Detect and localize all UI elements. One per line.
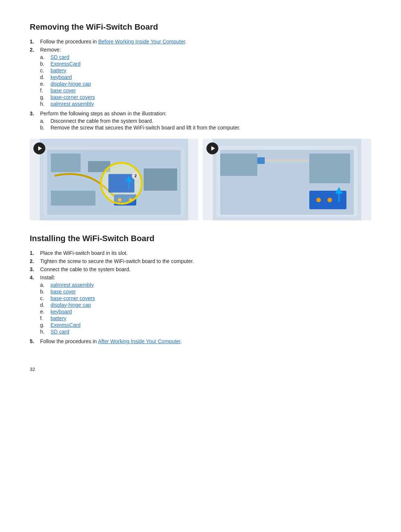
install-item-g: g. ExpressCard <box>40 322 371 328</box>
svg-rect-5 <box>144 168 177 191</box>
install-item-c: c. base-corner covers <box>40 295 371 301</box>
step-3-text: Perform the following steps as shown in … <box>40 111 167 116</box>
step-2-num: 2. <box>30 47 40 53</box>
sub-letter-a: a. <box>40 54 50 60</box>
step-2-content: Remove: a. SD card b. ExpressCard c. bat… <box>40 47 371 108</box>
inst-step-2-num: 2. <box>30 258 40 264</box>
base-cover-link-install[interactable]: base cover <box>50 289 76 295</box>
base-corner-link-remove[interactable]: base-corner covers <box>50 94 95 100</box>
inst-sub-letter-e: e. <box>40 309 50 315</box>
removing-step-3: 3. Perform the following steps as shown … <box>30 111 371 132</box>
battery-link-remove[interactable]: battery <box>50 68 66 73</box>
inst-sub-letter-d: d. <box>40 302 50 308</box>
svg-rect-6 <box>51 191 95 206</box>
inst-step-1-num: 1. <box>30 250 40 256</box>
step-1-content: Follow the procedures in Before Working … <box>40 39 371 45</box>
step-2-text: Remove: <box>40 47 61 53</box>
inst-sub-letter-h: h. <box>40 329 50 335</box>
inst-sub-letter-g: g. <box>40 322 50 328</box>
svg-rect-20 <box>309 154 350 183</box>
keyboard-link-install[interactable]: keyboard <box>50 309 72 315</box>
remove-item-e: e. display-hinge cap <box>40 81 371 87</box>
inst-sub-item-c: base-corner covers <box>50 295 95 301</box>
removing-step-1: 1. Follow the procedures in Before Worki… <box>30 39 371 45</box>
sub-letter-c: c. <box>40 68 50 73</box>
inst-step-4-text: Install: <box>40 275 55 280</box>
inst-step-2-text: Tighten the screw to secure the WiFi-swi… <box>40 258 194 264</box>
install-item-a: a. palmrest assembly <box>40 282 371 288</box>
inst-sub-item-d: display-hinge cap <box>50 302 91 308</box>
installing-section: Installing the WiFi-Switch Board 1. Plac… <box>30 234 371 344</box>
inst-step-4-num: 4. <box>30 275 40 280</box>
remove-item-f: f. base cover <box>40 88 371 93</box>
inst-step-5-num: 5. <box>30 338 40 344</box>
sub-item-f: base cover <box>50 88 76 93</box>
inst-step-1-content: Place the WiFi-switch board in its slot. <box>40 250 371 256</box>
inst-step-5-content: Follow the procedures in After Working I… <box>40 338 371 344</box>
inst-sub-letter-a: a. <box>40 282 50 288</box>
inst-sub-item-e: keyboard <box>50 309 72 315</box>
remove-item-h: h. palmrest assembly <box>40 101 371 107</box>
display-hinge-link-remove[interactable]: display-hinge cap <box>50 81 91 87</box>
before-working-link[interactable]: Before Working Inside Your Computer <box>98 39 185 45</box>
installing-steps-list: 1. Place the WiFi-switch board in its sl… <box>30 250 371 344</box>
base-corner-link-install[interactable]: base-corner covers <box>50 295 95 301</box>
step-3-content: Perform the following steps as shown in … <box>40 111 371 132</box>
inst-step-3-num: 3. <box>30 266 40 272</box>
battery-link-install[interactable]: battery <box>50 315 66 321</box>
installing-step-2: 2. Tighten the screw to secure the WiFi-… <box>30 258 371 264</box>
sub-letter-d: d. <box>40 74 50 80</box>
install-item-b: b. base cover <box>40 289 371 295</box>
after-working-link[interactable]: After Working Inside Your Computer <box>98 338 180 344</box>
inst-step-4-content: Install: a. palmrest assembly b. base co… <box>40 275 371 336</box>
install-item-f: f. battery <box>40 315 371 321</box>
expresscard-link-remove[interactable]: ExpressCard <box>50 61 81 67</box>
inst-sub-item-f: battery <box>50 315 66 321</box>
removing-title: Removing the WiFi-Switch Board <box>30 22 371 32</box>
illustration-image-1: 2 <box>30 139 198 220</box>
sub-item-c: battery <box>50 68 66 73</box>
remove-item-g: g. base-corner covers <box>40 94 371 100</box>
removing-steps-list: 1. Follow the procedures in Before Worki… <box>30 39 371 132</box>
inst-sub-letter-b: b. <box>40 289 50 295</box>
svg-rect-19 <box>220 154 257 176</box>
inst-sub-letter-c: c. <box>40 295 50 301</box>
inst-step-3-content: Connect the cable to the system board. <box>40 266 371 272</box>
svg-rect-21 <box>257 159 309 162</box>
svg-rect-11 <box>108 174 134 193</box>
installing-title: Installing the WiFi-Switch Board <box>30 234 371 243</box>
removing-section: Removing the WiFi-Switch Board 1. Follow… <box>30 22 371 220</box>
installing-step-3: 3. Connect the cable to the system board… <box>30 266 371 272</box>
palmrest-link-install[interactable]: palmrest assembly <box>50 282 94 288</box>
perform-letter-b: b. <box>40 125 50 131</box>
sub-item-b: ExpressCard <box>50 61 81 67</box>
remove-items-list: a. SD card b. ExpressCard c. battery d. … <box>40 54 371 107</box>
sub-item-a: SD card <box>50 54 69 60</box>
sub-item-h: palmrest assembly <box>50 101 94 107</box>
install-item-e: e. keyboard <box>40 309 371 315</box>
perform-text-b: Remove the screw that secures the WiFi-s… <box>50 125 240 131</box>
display-hinge-link-install[interactable]: display-hinge cap <box>50 302 91 308</box>
removing-step-2: 2. Remove: a. SD card b. ExpressCard c. … <box>30 47 371 108</box>
illustration-images: 2 <box>30 139 371 220</box>
play-button-2[interactable] <box>206 142 218 154</box>
perform-letter-a: a. <box>40 118 50 124</box>
base-cover-link-remove[interactable]: base cover <box>50 88 76 93</box>
sd-card-link-remove[interactable]: SD card <box>50 54 69 60</box>
palmrest-link-remove[interactable]: palmrest assembly <box>50 101 94 107</box>
sub-item-e: display-hinge cap <box>50 81 91 87</box>
illustration-image-2 <box>203 139 371 220</box>
sub-item-d: keyboard <box>50 74 72 80</box>
page-number: 32 <box>30 367 371 372</box>
expresscard-link-install[interactable]: ExpressCard <box>50 322 81 328</box>
keyboard-link-remove[interactable]: keyboard <box>50 74 72 80</box>
play-button-1[interactable] <box>33 142 45 154</box>
sd-card-link-install[interactable]: SD card <box>50 329 69 335</box>
installing-step-1: 1. Place the WiFi-switch board in its sl… <box>30 250 371 256</box>
svg-point-24 <box>327 198 332 202</box>
sub-item-g: base-corner covers <box>50 94 95 100</box>
sub-letter-g: g. <box>40 94 50 100</box>
install-item-h: h. SD card <box>40 329 371 335</box>
sub-letter-e: e. <box>40 81 50 87</box>
inst-sub-item-b: base cover <box>50 289 76 295</box>
